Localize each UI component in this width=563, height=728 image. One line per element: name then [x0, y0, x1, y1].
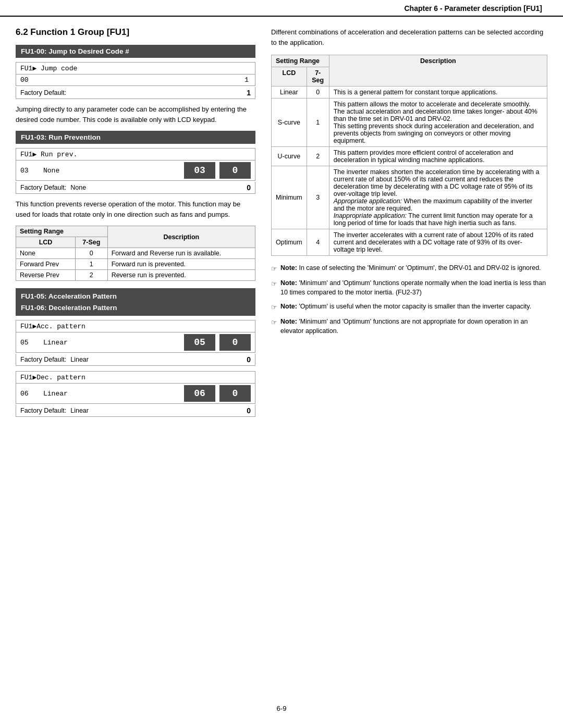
fu1-05-factory-row: Factory Default: Linear 0 [16, 354, 255, 366]
lcd-col-header: LCD [16, 237, 76, 248]
lcd-cell: Optimum [272, 229, 307, 256]
table-row: U-curve 2 This pattern provides more eff… [272, 147, 547, 166]
table-row: Forward Prev 1 Forward run is prevented. [16, 259, 255, 270]
right-seg-header: 7-Seg [307, 67, 329, 87]
right-column: Different combinations of acceleration a… [271, 27, 547, 422]
seg-cell: 2 [307, 147, 329, 166]
fu1-03-header-text: FU1▶ Run prev. [20, 150, 77, 158]
note-item: ☞ Note: 'Minimum' and 'Optimum' function… [271, 278, 547, 298]
fu1-03-banner: FU1-03: Run Prevention [16, 131, 255, 144]
content-area: 6.2 Function 1 Group [FU1] FU1-00: Jump … [0, 17, 563, 433]
desc-cell: This pattern provides more efficient con… [329, 147, 547, 166]
fu1-05-factory-val: Linear [70, 356, 89, 363]
fu1-03-table: Setting Range Description LCD 7-Seg None… [16, 226, 255, 281]
fu1-06-code: 06 [20, 390, 36, 398]
page-footer: 6-9 [0, 699, 563, 718]
fu1-05-code: 05 [20, 339, 36, 347]
fu1-06-factory-label: Factory Default: [20, 407, 66, 414]
fu1-03-seg-code: 03 [184, 162, 215, 179]
fu1-03-val-row: 03 None 03 0 [16, 161, 255, 180]
right-setting-range-label: Setting Range [276, 57, 320, 65]
note-icon: ☞ [271, 302, 277, 313]
fu1-03-factory-label: Factory Default: [20, 184, 66, 191]
seg-cell: 1 [307, 98, 329, 147]
table-row: S-curve 1 This pattern allows the motor … [272, 98, 547, 147]
fu1-00-code-box: FU1▶ Jump code 00 1 [16, 62, 255, 86]
section-title: 6.2 Function 1 Group [FU1] [16, 27, 255, 38]
note-icon: ☞ [271, 264, 277, 274]
seg-cell: 0 [307, 87, 329, 98]
fu1-05-val: Linear [43, 339, 68, 347]
fu1-03-seg-val: 0 [219, 162, 251, 179]
fu1-06-factory-val: Linear [70, 407, 89, 414]
right-desc-header: Description [329, 55, 547, 87]
seg-cell: 3 [307, 166, 329, 229]
note-text: Note: 'Optimum' is useful when the motor… [280, 302, 531, 312]
fu1-03-factory-seg: 0 [247, 183, 251, 192]
desc-cell: The inverter accelerates with a current … [329, 229, 547, 256]
notes-container: ☞ Note: In case of selecting the 'Minimu… [271, 263, 547, 336]
fu1-00-val-row: 00 1 [16, 75, 255, 85]
note-item: ☞ Note: 'Minimum' and 'Optimum' function… [271, 317, 547, 337]
fu1-03-header-row: FU1▶ Run prev. [16, 149, 255, 161]
setting-range-label: Setting Range [20, 228, 64, 235]
lcd-cell: Reverse Prev [16, 270, 76, 281]
fu1-00-val: 1 [244, 76, 251, 84]
fu1-03-code-val: None [43, 167, 59, 175]
note-item: ☞ Note: In case of selecting the 'Minimu… [271, 263, 547, 274]
fu1-00-factory-val: 1 [247, 89, 251, 97]
fu1-06-factory-seg: 0 [247, 406, 251, 415]
fu1-00-header-text: FU1▶ Jump code [20, 64, 77, 72]
desc-cell: This is a general pattern for constant t… [329, 87, 547, 98]
lcd-cell: S-curve [272, 98, 307, 147]
lcd-cell: Forward Prev [16, 259, 76, 270]
fu1-00-factory-row: Factory Default: 1 [16, 87, 255, 99]
fu1-05-factory-seg: 0 [247, 355, 251, 364]
fu1-05-header-text: FU1▶Acc. pattern [20, 322, 85, 330]
fu1-06-val-row: 06 Linear 06 0 [16, 384, 255, 403]
fu1-06-seg-val: 0 [219, 385, 251, 402]
desc-cell: Reverse run is prevented. [107, 270, 255, 281]
note-item: ☞ Note: 'Optimum' is useful when the mot… [271, 302, 547, 313]
desc-cell: Forward run is prevented. [107, 259, 255, 270]
fu1-03-factory-val: None [70, 184, 86, 191]
seg-cell: 2 [76, 270, 108, 281]
desc-cell: The inverter makes shorten the accelerat… [329, 166, 547, 229]
fu1-05-seg: 05 [184, 334, 215, 351]
fu1-00-header-row: FU1▶ Jump code [16, 63, 255, 75]
seg-cell: 1 [76, 259, 108, 270]
fu1-06-seg: 06 [184, 385, 215, 402]
fu1-00-factory-label: Factory Default: [20, 89, 66, 96]
fu1-03-code-box: FU1▶ Run prev. 03 None 03 0 [16, 148, 255, 181]
page: Chapter 6 - Parameter description [FU1] … [0, 0, 563, 728]
fu1-05-code-box: FU1▶Acc. pattern 05 Linear 05 0 [16, 320, 255, 353]
fu1-06-header-row: FU1▶Dec. pattern [16, 372, 255, 384]
fu1-05-banner-line: FU1-05: Acceleration Pattern [21, 291, 250, 302]
note-icon: ☞ [271, 317, 277, 328]
desc-col-header: Description [107, 226, 255, 248]
lcd-cell: Minimum [272, 166, 307, 229]
fu1-05-factory-label: Factory Default: [20, 356, 66, 363]
fu1-00-banner: FU1-00: Jump to Desired Code # [16, 45, 255, 58]
desc-cell: This pattern allows the motor to acceler… [329, 98, 547, 147]
table-row: Reverse Prev 2 Reverse run is prevented. [16, 270, 255, 281]
table-row: None 0 Forward and Reverse run is availa… [16, 248, 255, 259]
page-number: 6-9 [277, 705, 287, 712]
fu1-03-factory-row: Factory Default: None 0 [16, 182, 255, 194]
fu1-00-body: Jumping directly to any parameter code c… [16, 104, 255, 125]
table-row: Minimum 3 The inverter makes shorten the… [272, 166, 547, 229]
header-title: Chapter 6 - Parameter description [FU1] [404, 4, 542, 13]
fu1-05-header-row: FU1▶Acc. pattern [16, 320, 255, 332]
table-row: Linear 0 This is a general pattern for c… [272, 87, 547, 98]
fu1-00-code: 00 [20, 76, 36, 84]
table-row: Optimum 4 The inverter accelerates with … [272, 229, 547, 256]
fu1-03-body: This function prevents reverse operation… [16, 199, 255, 219]
lcd-cell: Linear [272, 87, 307, 98]
fu1-06-code-box: FU1▶Dec. pattern 06 Linear 06 0 [16, 371, 255, 404]
page-header: Chapter 6 - Parameter description [FU1] [0, 0, 563, 17]
right-table: Setting Range Description LCD 7-Seg Line… [271, 55, 547, 256]
fu1-03-code: 03 [20, 167, 36, 175]
note-text: Note: 'Minimum' and 'Optimum' functions … [280, 278, 547, 298]
fu1-05-seg-val: 0 [219, 334, 251, 351]
fu1-05-val-row: 05 Linear 05 0 [16, 332, 255, 352]
